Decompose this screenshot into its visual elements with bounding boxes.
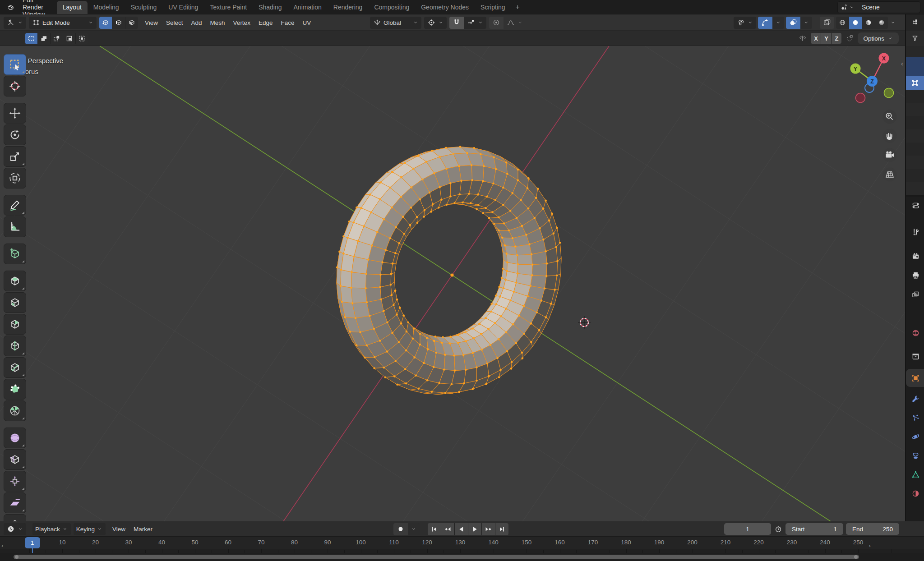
workspace-tab-layout[interactable]: Layout [57,1,88,14]
tool-shrink-fatten[interactable] [4,471,26,492]
tool-poly-build[interactable] [4,379,26,400]
tool-edge-slide[interactable] [4,449,26,470]
workspace-tab-sculpting[interactable]: Sculpting [125,1,163,14]
workspace-tab-uv-editing[interactable]: UV Editing [162,1,204,14]
tool-annotate[interactable] [4,195,26,216]
tool-cursor[interactable] [4,76,26,97]
solid-shading-button[interactable] [849,17,862,29]
outliner-selected-collection-row[interactable] [906,57,924,76]
jump-to-end-button[interactable] [495,523,508,535]
properties-tab-collection[interactable] [906,347,924,365]
mirror-axis-z[interactable]: Z [832,33,841,44]
mirror-axis-y[interactable]: Y [821,33,832,44]
mirror-axis-x[interactable]: X [811,33,821,44]
tool-measure[interactable] [4,216,26,237]
xray-toggle[interactable] [820,17,834,29]
properties-tab-object-data[interactable] [906,465,924,483]
workspace-tab-animation[interactable]: Animation [288,1,328,14]
workspace-tab-geometry-nodes[interactable]: Geometry Nodes [415,1,475,14]
viewport-3d[interactable]: ZYX User Perspective (1) Torus ‹ [0,46,924,521]
snap-toggle[interactable] [449,17,464,29]
tool-spin[interactable] [4,400,26,421]
visibility-dropdown[interactable] [734,17,756,29]
scene-selector[interactable]: Scene [837,1,920,13]
select-extend-button[interactable] [38,33,51,44]
auto-keying-toggle[interactable] [393,523,408,535]
editor-type-button[interactable] [4,17,26,29]
rendered-shading-button[interactable] [875,17,888,29]
outliner-row[interactable] [906,116,924,129]
properties-tab-render[interactable] [906,247,924,265]
outliner-row[interactable] [906,156,924,169]
viewport-menu-select[interactable]: Select [162,19,187,26]
properties-tab-material[interactable] [906,484,924,502]
viewport-menu-add[interactable]: Add [187,19,206,26]
viewport-menu-uv[interactable]: UV [298,19,315,26]
select-set-button[interactable] [25,33,38,44]
properties-tab-particles[interactable] [906,409,924,427]
viewport-menu-face[interactable]: Face [277,19,298,26]
viewport-menu-view[interactable]: View [141,19,162,26]
tool-smooth[interactable] [4,428,26,448]
face-select-button[interactable] [125,17,138,29]
blender-logo-icon[interactable] [4,3,18,12]
outliner-row[interactable] [906,103,924,116]
keying-menu[interactable]: Keying [74,523,106,535]
mirror-icon[interactable] [798,34,807,43]
properties-tab-scene[interactable] [906,304,924,322]
snap-target-dropdown[interactable] [464,17,486,29]
tool-move[interactable] [4,103,26,124]
topbar-menu-edit[interactable]: Edit [18,0,50,4]
play-forward-button[interactable] [468,523,482,535]
workspace-tab-compositing[interactable]: Compositing [368,1,415,14]
tool-transform[interactable] [4,168,26,189]
overlays-dropdown[interactable] [800,17,812,29]
stopwatch-icon[interactable] [774,524,783,533]
topbar-menu-render[interactable]: Render [18,4,50,11]
timeline-menu-marker[interactable]: Marker [129,526,157,533]
properties-tab-view-layer[interactable] [906,285,924,303]
tool-scale[interactable] [4,146,26,167]
filter-icon[interactable] [910,34,919,43]
outliner-row[interactable] [906,182,924,195]
properties-tab-physics[interactable] [906,428,924,446]
falloff-dropdown[interactable] [504,17,526,29]
tool-inset-faces[interactable] [4,292,26,313]
outliner-row[interactable] [906,143,924,156]
ruler-right-chevron[interactable]: ‹ [869,542,871,549]
pivot-point-dropdown[interactable] [424,17,447,29]
edge-select-button[interactable] [112,17,125,29]
frame-ruler[interactable]: › ‹ 1 1020304050607080901001101201301401… [0,537,924,553]
current-frame-indicator[interactable]: 1 [25,537,40,548]
end-frame-field[interactable]: End 250 [846,523,899,535]
properties-tab-tool[interactable] [906,223,924,241]
gizmos-toggle[interactable] [758,17,772,29]
playback-menu[interactable]: Playback [32,523,71,535]
workspace-tab-shading[interactable]: Shading [253,1,287,14]
orientation-dropdown[interactable]: Global [370,17,421,29]
viewport-menu-vertex[interactable]: Vertex [229,19,254,26]
properties-tab-world[interactable] [906,324,924,342]
tool-bevel[interactable] [4,314,26,335]
snap-base-icon[interactable] [845,34,854,43]
prev-keyframe-button[interactable] [441,523,455,535]
tool-knife[interactable] [4,357,26,378]
material-shading-button[interactable] [862,17,875,29]
keying-popover[interactable] [408,523,420,535]
properties-tab-constraints[interactable] [906,446,924,464]
properties-tab-output[interactable] [906,266,924,284]
tool-rotate[interactable] [4,124,26,145]
tool-select-box[interactable] [4,54,26,75]
viewport-canvas[interactable]: ZYX [0,46,924,521]
gizmos-dropdown[interactable] [772,17,784,29]
properties-tab-modifiers[interactable] [906,390,924,408]
select-invert-button[interactable] [63,33,76,44]
mode-dropdown[interactable]: Edit Mode [29,17,97,29]
tool-add-cube[interactable] [4,244,26,264]
jump-to-start-button[interactable] [428,523,441,535]
tool-rip-region[interactable] [4,514,26,521]
wireframe-shading-button[interactable] [836,17,849,29]
sidebar-collapse-arrow[interactable]: ‹ [901,60,903,67]
properties-tab-editor-toggles[interactable] [906,196,924,214]
overlays-toggle[interactable] [786,17,800,29]
